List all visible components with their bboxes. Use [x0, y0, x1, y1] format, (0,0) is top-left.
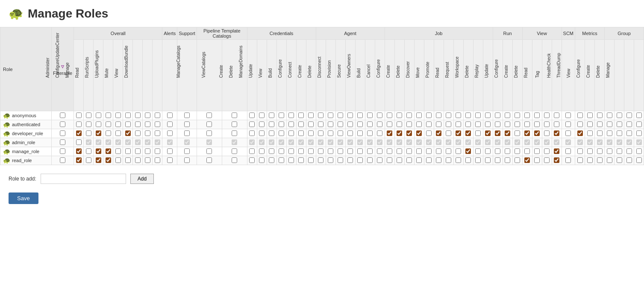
- perm-checkbox[interactable]: [298, 121, 304, 127]
- perm-checkbox[interactable]: [357, 157, 363, 163]
- perm-checkbox[interactable]: [249, 112, 255, 118]
- perm-checkbox[interactable]: [279, 157, 284, 163]
- perm-checkbox[interactable]: [495, 139, 500, 145]
- perm-cell[interactable]: [355, 156, 365, 165]
- perm-cell[interactable]: [542, 120, 552, 129]
- perm-checkbox[interactable]: [397, 148, 402, 154]
- perm-cell[interactable]: [276, 147, 286, 156]
- perm-checkbox[interactable]: [318, 139, 323, 145]
- perm-cell[interactable]: [103, 147, 113, 156]
- perm-cell[interactable]: [247, 120, 257, 129]
- perm-cell[interactable]: [276, 111, 286, 120]
- perm-cell[interactable]: [375, 156, 385, 165]
- perm-checkbox[interactable]: [446, 130, 451, 136]
- perm-checkbox[interactable]: [544, 157, 550, 163]
- perm-checkbox[interactable]: [167, 121, 173, 127]
- perm-checkbox[interactable]: [607, 121, 612, 127]
- perm-cell[interactable]: [615, 111, 624, 120]
- perm-cell[interactable]: [162, 138, 177, 147]
- perm-checkbox[interactable]: [426, 121, 432, 127]
- perm-cell[interactable]: [585, 111, 595, 120]
- perm-cell[interactable]: [483, 147, 493, 156]
- perm-cell[interactable]: [375, 129, 385, 138]
- perm-cell[interactable]: [463, 138, 473, 147]
- perm-checkbox[interactable]: [554, 130, 559, 136]
- perm-cell[interactable]: [123, 156, 133, 165]
- perm-checkbox[interactable]: [505, 130, 510, 136]
- perm-cell[interactable]: [74, 156, 84, 165]
- perm-checkbox[interactable]: [617, 121, 622, 127]
- perm-cell[interactable]: [473, 120, 483, 129]
- perm-checkbox[interactable]: [534, 130, 540, 136]
- perm-checkbox[interactable]: [597, 148, 603, 154]
- filterable-checkbox[interactable]: [60, 130, 65, 136]
- perm-cell[interactable]: [634, 111, 644, 120]
- perm-checkbox[interactable]: [145, 148, 150, 154]
- perm-cell[interactable]: [562, 156, 575, 165]
- perm-cell[interactable]: [355, 129, 365, 138]
- perm-checkbox[interactable]: [115, 139, 121, 145]
- perm-checkbox[interactable]: [76, 139, 82, 145]
- perm-cell[interactable]: [434, 156, 444, 165]
- perm-checkbox[interactable]: [106, 148, 111, 154]
- perm-cell[interactable]: [624, 129, 634, 138]
- perm-checkbox[interactable]: [184, 112, 190, 118]
- perm-cell[interactable]: [394, 111, 404, 120]
- perm-checkbox[interactable]: [125, 130, 131, 136]
- perm-checkbox[interactable]: [515, 139, 520, 145]
- perm-cell[interactable]: [404, 129, 414, 138]
- perm-cell[interactable]: [522, 111, 532, 120]
- perm-cell[interactable]: [123, 138, 133, 147]
- perm-checkbox[interactable]: [308, 139, 314, 145]
- perm-checkbox[interactable]: [206, 130, 212, 136]
- perm-checkbox[interactable]: [328, 139, 333, 145]
- perm-cell[interactable]: [326, 147, 335, 156]
- perm-checkbox[interactable]: [298, 157, 304, 163]
- perm-cell[interactable]: [143, 111, 153, 120]
- perm-cell[interactable]: [473, 129, 483, 138]
- perm-checkbox[interactable]: [347, 112, 353, 118]
- perm-checkbox[interactable]: [626, 148, 632, 154]
- perm-checkbox[interactable]: [587, 121, 593, 127]
- perm-cell[interactable]: [404, 156, 414, 165]
- perm-checkbox[interactable]: [279, 121, 284, 127]
- perm-cell[interactable]: [503, 138, 512, 147]
- perm-cell[interactable]: [512, 147, 522, 156]
- perm-checkbox[interactable]: [249, 148, 255, 154]
- perm-checkbox[interactable]: [76, 148, 82, 154]
- perm-checkbox[interactable]: [377, 148, 382, 154]
- perm-cell[interactable]: [473, 156, 483, 165]
- perm-cell[interactable]: [453, 129, 463, 138]
- perm-cell[interactable]: [522, 138, 532, 147]
- perm-cell[interactable]: [424, 156, 434, 165]
- perm-checkbox[interactable]: [308, 148, 314, 154]
- perm-checkbox[interactable]: [184, 130, 190, 136]
- perm-checkbox[interactable]: [106, 139, 111, 145]
- perm-checkbox[interactable]: [565, 121, 571, 127]
- perm-checkbox[interactable]: [446, 157, 451, 163]
- perm-cell[interactable]: [434, 138, 444, 147]
- perm-cell[interactable]: [585, 120, 595, 129]
- perm-cell[interactable]: [522, 156, 532, 165]
- perm-checkbox[interactable]: [617, 148, 622, 154]
- perm-cell[interactable]: [585, 147, 595, 156]
- perm-checkbox[interactable]: [357, 130, 363, 136]
- perm-checkbox[interactable]: [367, 130, 373, 136]
- perm-cell[interactable]: [222, 111, 247, 120]
- perm-checkbox[interactable]: [416, 112, 422, 118]
- perm-cell[interactable]: [585, 138, 595, 147]
- perm-cell[interactable]: [222, 120, 247, 129]
- perm-cell[interactable]: [133, 129, 143, 138]
- perm-checkbox[interactable]: [135, 148, 141, 154]
- perm-checkbox[interactable]: [135, 130, 141, 136]
- perm-checkbox[interactable]: [515, 148, 520, 154]
- perm-cell[interactable]: [493, 111, 503, 120]
- perm-cell[interactable]: [345, 120, 355, 129]
- perm-cell[interactable]: [503, 129, 512, 138]
- perm-cell[interactable]: [153, 156, 162, 165]
- perm-cell[interactable]: [296, 111, 306, 120]
- perm-cell[interactable]: [375, 138, 385, 147]
- perm-checkbox[interactable]: [505, 112, 510, 118]
- perm-checkbox[interactable]: [106, 157, 111, 163]
- perm-cell[interactable]: [286, 120, 296, 129]
